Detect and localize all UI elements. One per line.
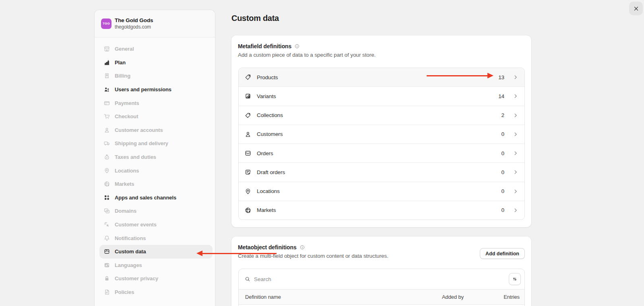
metafields-card-title: Metafield definitions: [238, 43, 291, 49]
domains-icon: [103, 207, 110, 214]
metafield-row-products[interactable]: Products 13: [239, 68, 524, 86]
info-icon[interactable]: [294, 43, 300, 49]
translate-icon: [103, 262, 110, 269]
metafield-row-variants[interactable]: Variants 14: [239, 86, 524, 105]
chevron-right-icon: [512, 188, 519, 195]
metaobject-table: Definition name Added by Entries: [238, 269, 525, 306]
sidebar-item-billing[interactable]: Billing: [99, 69, 213, 83]
sidebar-item-general[interactable]: General: [99, 42, 213, 56]
column-added-by: Added by: [442, 294, 464, 300]
globe-dollar-icon: [244, 207, 252, 214]
sidebar-item-markets[interactable]: Markets: [99, 177, 213, 191]
chevron-right-icon: [512, 131, 519, 138]
sidebar-item-notifications[interactable]: Notifications: [99, 231, 213, 245]
settings-sidebar: TGG The Gold Gods thegoldgods.com Genera…: [94, 10, 215, 306]
sidebar-item-taxes-and-duties[interactable]: Taxes and duties: [99, 150, 213, 164]
definition-count: 0: [502, 188, 504, 194]
money-bag-icon: [103, 154, 110, 160]
sidebar-item-customer-accounts[interactable]: Customer accounts: [99, 123, 213, 137]
person-icon: [103, 127, 110, 133]
metafield-row-markets[interactable]: Markets 0: [239, 201, 524, 220]
metafield-row-locations[interactable]: Locations 0: [239, 182, 524, 201]
close-icon: [633, 6, 639, 12]
sidebar-item-shipping-and-delivery[interactable]: Shipping and delivery: [99, 137, 213, 150]
page-title: Custom data: [231, 14, 279, 23]
metafields-card-description: Add a custom piece of data to a specific…: [238, 52, 376, 58]
chevron-right-icon: [512, 207, 519, 214]
order-box-icon: [244, 150, 252, 157]
metafield-row-collections[interactable]: Collections 2: [239, 106, 524, 125]
search-input[interactable]: [239, 269, 524, 289]
chevron-right-icon: [512, 112, 519, 119]
cursor-click-icon: [103, 221, 110, 228]
store-icon: [103, 45, 110, 52]
metafield-row-customers[interactable]: Customers 0: [239, 125, 524, 144]
draft-order-icon: [244, 168, 252, 176]
info-icon[interactable]: [299, 244, 305, 250]
definition-count: 0: [502, 131, 504, 137]
settings-nav: General Plan Billing Users and permissio…: [95, 37, 215, 304]
close-button[interactable]: [629, 2, 643, 15]
search-icon: [244, 276, 251, 282]
person-icon: [244, 131, 252, 138]
metafield-row-orders[interactable]: Orders 0: [239, 144, 524, 162]
location-pin-icon: [244, 188, 252, 195]
payments-icon: [103, 100, 110, 107]
sidebar-item-payments[interactable]: Payments: [99, 96, 213, 110]
chevron-right-icon: [512, 150, 519, 156]
metafield-definitions-list: Products 13 Variants 14 Collections 2: [238, 68, 525, 220]
add-definition-button[interactable]: Add definition: [480, 248, 525, 259]
globe-dollar-icon: [103, 181, 110, 187]
sidebar-item-customer-events[interactable]: Customer events: [99, 218, 213, 232]
sort-button[interactable]: [509, 273, 521, 285]
column-definition-name: Definition name: [239, 294, 281, 300]
sidebar-item-languages[interactable]: Languages: [99, 259, 213, 272]
metafield-definitions-card: Metafield definitions Add a custom piece…: [231, 35, 531, 227]
variant-tag-icon: [244, 92, 252, 100]
billing-icon: [103, 72, 110, 79]
sidebar-item-locations[interactable]: Locations: [99, 164, 213, 177]
database-icon: [103, 248, 110, 255]
store-header: TGG The Gold Gods thegoldgods.com: [95, 10, 215, 37]
truck-icon: [103, 140, 110, 147]
table-header-row: Definition name Added by Entries: [239, 289, 524, 305]
definition-count: 14: [498, 93, 504, 99]
definition-count: 0: [502, 207, 504, 213]
document-icon: [103, 289, 110, 296]
chevron-right-icon: [512, 74, 519, 80]
plan-icon: [103, 59, 110, 66]
definition-count: 0: [502, 169, 504, 175]
bell-icon: [103, 235, 110, 242]
metaobject-definitions-card: Metaobject definitions Add definition Cr…: [231, 236, 531, 306]
chevron-right-icon: [512, 169, 519, 175]
definition-count: 0: [502, 150, 504, 156]
definition-count: 2: [502, 112, 504, 118]
lock-icon: [103, 275, 110, 282]
sidebar-item-customer-privacy[interactable]: Customer privacy: [99, 272, 213, 285]
sidebar-item-checkout[interactable]: Checkout: [99, 110, 213, 123]
store-domain: thegoldgods.com: [115, 24, 153, 30]
metaobjects-card-description: Create a multi-field object for custom c…: [238, 253, 388, 259]
product-tag-icon: [244, 74, 252, 81]
sidebar-item-custom-data[interactable]: Custom data: [99, 245, 213, 259]
apps-grid-icon: [103, 194, 110, 201]
sort-arrows-icon: [512, 276, 518, 282]
sidebar-item-apps-and-sales-channels[interactable]: Apps and sales channels: [99, 191, 213, 205]
checkout-cart-icon: [103, 113, 110, 120]
settings-modal: TGG The Gold Gods thegoldgods.com Genera…: [0, 0, 644, 306]
store-name: The Gold Gods: [115, 17, 153, 23]
sidebar-item-domains[interactable]: Domains: [99, 204, 213, 218]
column-entries: Entries: [504, 294, 520, 300]
metaobjects-card-title: Metaobject definitions: [238, 244, 297, 251]
definition-count: 13: [498, 74, 504, 80]
collection-tag-icon: [244, 112, 252, 119]
chevron-right-icon: [512, 93, 519, 99]
location-pin-icon: [103, 167, 110, 174]
sidebar-item-users-and-permissions[interactable]: Users and permissions: [99, 83, 213, 97]
store-avatar: TGG: [101, 18, 111, 29]
metafield-row-draft-orders[interactable]: Draft orders 0: [239, 162, 524, 181]
sidebar-item-plan[interactable]: Plan: [99, 56, 213, 70]
sidebar-item-policies[interactable]: Policies: [99, 285, 213, 299]
users-icon: [103, 86, 110, 93]
